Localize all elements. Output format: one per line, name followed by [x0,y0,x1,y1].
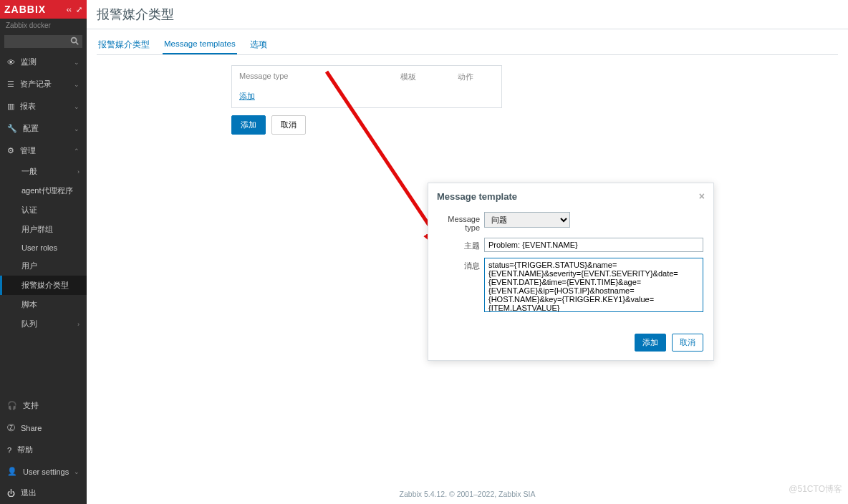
tab-mediatype[interactable]: 报警媒介类型 [97,35,151,54]
chevron-up-icon: ⌃ [74,147,80,155]
main-content: 报警媒介类型 报警媒介类型 Message templates 选项 Messa… [87,0,848,504]
message-type-select[interactable]: 问题 [484,212,570,228]
modal-cancel-button[interactable]: 取消 [672,334,703,352]
nav-reports[interactable]: ▥报表⌄ [0,95,87,117]
message-textarea[interactable]: status={TRIGGER.STATUS}&name={EVENT.NAME… [484,258,703,312]
nav-logout[interactable]: ⏻退出 [0,482,87,504]
nav-help[interactable]: ?帮助 [0,439,87,461]
chart-icon: ▥ [7,102,14,111]
search-icon [69,36,80,47]
page-title: 报警媒介类型 [87,0,848,29]
chevron-down-icon: ⌄ [74,59,80,66]
message-templates-table: Message type 模板 动作 添加 [231,65,502,108]
chevron-right-icon: › [77,168,80,175]
nav-admin-users[interactable]: 用户 [0,256,87,276]
close-icon[interactable]: × [699,190,705,202]
add-template-link[interactable]: 添加 [232,88,501,107]
search-input[interactable] [4,35,82,48]
message-template-modal: Message template × Message type 问题 主题 消息… [428,183,714,361]
chevron-down-icon: ⌄ [74,81,80,88]
nav-inventory[interactable]: ☰资产记录⌄ [0,73,87,95]
help-icon: ? [7,446,11,455]
label-subject: 主题 [438,238,484,251]
nav-admin-mediatypes[interactable]: 报警媒介类型 [0,276,87,295]
modal-add-button[interactable]: 添加 [635,334,666,352]
modal-title: Message template [437,191,517,202]
nav-monitoring[interactable]: 👁监测⌄ [0,51,87,73]
gear-icon: ⚙ [7,146,14,155]
chevron-down-icon: ⌄ [74,468,80,475]
power-icon: ⏻ [7,489,15,498]
wrench-icon: 🔧 [7,124,17,133]
nav-config[interactable]: 🔧配置⌄ [0,117,87,140]
subject-input[interactable] [484,238,703,252]
sidebar-nav: 👁监测⌄ ☰资产记录⌄ ▥报表⌄ 🔧配置⌄ ⚙管理⌃ 一般› agent代理程序… [0,51,87,504]
nav-admin-proxies[interactable]: agent代理程序 [0,181,87,200]
nav-admin-userroles[interactable]: User roles [0,239,87,256]
nav-usersettings[interactable]: 👤User settings⌄ [0,461,87,482]
label-message: 消息 [438,258,484,271]
tab-options[interactable]: 选项 [249,35,269,54]
nav-admin-scripts[interactable]: 脚本 [0,295,87,314]
brand-subtitle: Zabbix docker [0,19,87,32]
th-message-type: Message type [239,72,400,82]
list-icon: ☰ [7,79,14,89]
eye-icon: 👁 [7,58,15,67]
svg-point-0 [72,38,77,43]
tab-bar: 报警媒介类型 Message templates 选项 [97,35,838,55]
chevron-right-icon: › [77,321,80,328]
nav-admin-general[interactable]: 一般› [0,162,87,181]
collapse-icon[interactable]: ‹‹ [67,5,72,14]
cancel-button[interactable]: 取消 [271,115,306,135]
th-action: 动作 [458,72,473,82]
share-icon: Ⓩ [7,422,15,433]
expand-icon[interactable]: ⤢ [76,5,82,14]
nav-admin[interactable]: ⚙管理⌃ [0,140,87,162]
user-icon: 👤 [7,467,17,476]
nav-admin-auth[interactable]: 认证 [0,200,87,220]
th-template: 模板 [400,72,458,82]
footer-text: Zabbix 5.4.12. © 2001–2022, Zabbix SIA [87,484,848,504]
nav-share[interactable]: ⓏShare [0,417,87,439]
sidebar: ZABBIX ‹‹ ⤢ Zabbix docker 👁监测⌄ ☰资产记录⌄ ▥报… [0,0,87,504]
nav-support[interactable]: 🎧支持 [0,394,87,417]
sidebar-header: ZABBIX ‹‹ ⤢ [0,0,87,19]
tab-message-templates[interactable]: Message templates [163,35,237,54]
nav-admin-queue[interactable]: 队列› [0,314,87,334]
chevron-down-icon: ⌄ [74,125,80,132]
support-icon: 🎧 [7,401,17,410]
logo: ZABBIX [4,4,46,15]
svg-line-1 [76,42,79,45]
watermark: @51CTO博客 [789,483,842,495]
label-message-type: Message type [438,212,484,232]
add-button[interactable]: 添加 [231,115,266,135]
nav-admin-usergroups[interactable]: 用户群组 [0,220,87,239]
chevron-down-icon: ⌄ [74,103,80,110]
